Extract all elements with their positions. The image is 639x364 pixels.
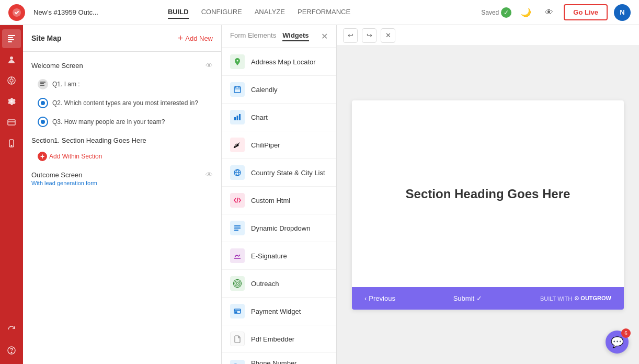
outcome-eye-icon[interactable]: 👁 xyxy=(206,170,213,179)
widget-e-signature-label: E-Signature xyxy=(251,252,287,260)
svg-rect-18 xyxy=(234,87,241,93)
question-item-2[interactable]: Q2. Which content types are you most int… xyxy=(23,94,221,112)
section-item-1[interactable]: Section1. Section Heading Goes Here xyxy=(23,131,221,150)
q3-text: Q3. How many people are in your team? xyxy=(52,118,165,126)
welcome-screen-label: Welcome Screen xyxy=(31,62,83,70)
svg-rect-3 xyxy=(8,41,12,42)
submit-check-icon: ✓ xyxy=(476,294,482,302)
saved-check-icon: ✓ xyxy=(501,7,511,18)
welcome-eye-icon[interactable]: 👁 xyxy=(206,61,213,70)
saved-badge: Saved ✓ xyxy=(481,7,511,18)
chilipiper-icon: 🌶 xyxy=(230,138,245,152)
chart-icon xyxy=(230,110,245,124)
q1-icon xyxy=(38,79,48,89)
widgets-list: Address Map Locator Calendly xyxy=(222,48,336,364)
nav-links: BUILD CONFIGURE ANALYZE PERFORMANCE xyxy=(168,6,350,19)
nav-configure[interactable]: CONFIGURE xyxy=(201,6,242,19)
nav-build[interactable]: BUILD xyxy=(168,6,189,19)
widget-country-state[interactable]: Country State & City List xyxy=(222,159,336,187)
icon-bar-mobile[interactable] xyxy=(2,134,21,153)
close-widgets-button[interactable]: ✕ xyxy=(321,31,328,41)
redo-button[interactable]: ↪ xyxy=(362,28,376,43)
sitemap-panel: Site Map + Add New Welcome Screen 👁 xyxy=(23,25,222,364)
widget-payment[interactable]: Payment Widget xyxy=(222,298,336,325)
svg-point-34 xyxy=(235,281,240,286)
outcome-sub-label: With lead generation form xyxy=(31,180,97,186)
widget-chart[interactable]: Chart xyxy=(222,104,336,131)
question-item-3[interactable]: Q3. How many people are in your team? xyxy=(23,112,221,131)
icon-bar-refresh[interactable] xyxy=(2,320,21,339)
top-nav: New's #13959 Outc... BUILD CONFIGURE ANA… xyxy=(0,0,639,25)
q3-icon xyxy=(38,117,48,127)
moon-icon[interactable]: 🌙 xyxy=(518,4,534,21)
widget-custom-html-label: Custom Html xyxy=(251,197,290,204)
icon-bar xyxy=(0,25,23,364)
question-item-1[interactable]: Q1. I am : xyxy=(23,75,221,94)
outreach-icon xyxy=(230,276,245,291)
built-with-label: BUILT WITH xyxy=(540,295,572,302)
avatar: N xyxy=(614,4,631,21)
widget-custom-html[interactable]: Custom Html xyxy=(222,187,336,214)
widget-address-map[interactable]: Address Map Locator xyxy=(222,48,336,76)
nav-analyze[interactable]: ANALYZE xyxy=(255,6,285,19)
section-heading: Section Heading Goes Here xyxy=(406,187,570,201)
widget-pdf-embedder[interactable]: Pdf Embedder xyxy=(222,325,336,353)
icon-bar-form[interactable] xyxy=(2,29,21,48)
undo-button[interactable]: ↩ xyxy=(343,28,358,43)
submit-button[interactable]: Submit ✓ xyxy=(453,294,482,302)
svg-text:🌶: 🌶 xyxy=(233,141,240,149)
icon-bar-user[interactable] xyxy=(2,50,21,69)
add-new-label: Add New xyxy=(185,35,213,42)
widget-e-signature[interactable]: E-Signature xyxy=(222,242,336,270)
tab-form-elements[interactable]: Form Elements xyxy=(230,31,276,41)
pdf-embedder-icon xyxy=(230,332,245,346)
widgets-panel: Form Elements Widgets ✕ Address Map Loca… xyxy=(222,25,337,364)
tab-widgets[interactable]: Widgets xyxy=(282,31,309,41)
q2-text: Q2. Which content types are you most int… xyxy=(52,99,198,107)
outgrow-brand: ⊙ OUTGROW xyxy=(574,295,611,302)
phone-verification-icon xyxy=(230,360,245,364)
outcome-screen-label: Outcome Screen xyxy=(31,171,83,179)
add-new-button[interactable]: + Add New xyxy=(178,33,213,43)
widget-dynamic-dropdown[interactable]: Dynamic Dropdown xyxy=(222,214,336,242)
icon-bar-help[interactable] xyxy=(2,341,21,360)
widget-outreach[interactable]: Outreach xyxy=(222,270,336,298)
canvas-content: Section Heading Goes Here ‹ Previous Sub… xyxy=(337,46,639,364)
widgets-tabs: Form Elements Widgets xyxy=(230,31,309,41)
nav-right: Saved ✓ 🌙 👁 Go Live N xyxy=(481,4,631,21)
icon-bar-target[interactable] xyxy=(2,71,21,90)
svg-rect-24 xyxy=(239,114,241,120)
built-with: BUILT WITH ⊙ OUTGROW xyxy=(540,295,611,302)
icon-bar-billing[interactable] xyxy=(2,113,21,132)
calendly-icon xyxy=(230,82,245,97)
welcome-screen-item[interactable]: Welcome Screen 👁 xyxy=(23,56,221,75)
close-toolbar-button[interactable]: ✕ xyxy=(381,28,395,43)
widget-phone-verification[interactable]: Phone Number Verification xyxy=(222,353,336,364)
svg-rect-9 xyxy=(8,120,15,125)
prev-label: Previous xyxy=(369,294,395,302)
widget-address-map-label: Address Map Locator xyxy=(251,58,316,66)
q2-icon xyxy=(38,98,48,108)
svg-rect-15 xyxy=(40,82,45,83)
widget-calendly[interactable]: Calendly xyxy=(222,76,336,104)
widget-outreach-label: Outreach xyxy=(251,280,279,288)
submit-label: Submit xyxy=(453,294,474,302)
go-live-button[interactable]: Go Live xyxy=(564,4,608,20)
canvas-toolbar: ↩ ↪ ✕ xyxy=(337,25,639,46)
add-within-section[interactable]: + Add Within Section xyxy=(23,150,221,165)
q1-text: Q1. I am : xyxy=(52,81,80,88)
svg-rect-38 xyxy=(235,312,237,313)
icon-bar-settings[interactable] xyxy=(2,92,21,111)
svg-rect-31 xyxy=(234,230,238,231)
previous-button[interactable]: ‹ Previous xyxy=(364,294,395,302)
chat-bubble[interactable]: 💬 6 xyxy=(606,331,629,354)
widget-dynamic-dropdown-label: Dynamic Dropdown xyxy=(251,224,310,232)
payment-icon xyxy=(230,304,245,318)
canvas-footer: ‹ Previous Submit ✓ BUILT WITH ⊙ OUTGROW xyxy=(352,287,624,310)
svg-rect-29 xyxy=(234,225,241,226)
widget-chilipiper[interactable]: 🌶 ChiliPiper xyxy=(222,131,336,159)
nav-performance[interactable]: PERFORMANCE xyxy=(298,6,350,19)
add-within-plus-icon: + xyxy=(38,152,47,161)
outcome-screen-item[interactable]: Outcome Screen 👁 With lead generation fo… xyxy=(23,165,221,191)
eye-preview-icon[interactable]: 👁 xyxy=(541,4,557,21)
